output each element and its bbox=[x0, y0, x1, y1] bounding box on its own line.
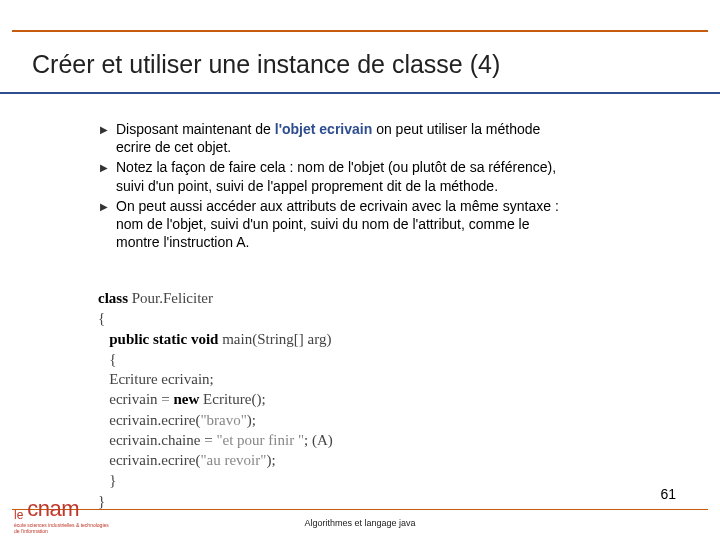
bullet-item: ▶ Disposant maintenant de l'objet ecriva… bbox=[100, 120, 570, 156]
text: Disposant maintenant de bbox=[116, 121, 275, 137]
triangle-icon: ▶ bbox=[100, 162, 108, 173]
text: Ecriture(); bbox=[199, 391, 265, 407]
highlight-text: l'objet ecrivain bbox=[275, 121, 372, 137]
code-line: } bbox=[98, 491, 618, 511]
footer-caption: Algorithmes et langage java bbox=[0, 518, 720, 528]
code-line: ecrivain.ecrire("bravo"); bbox=[98, 410, 618, 430]
bullet-list: ▶ Disposant maintenant de l'objet ecriva… bbox=[100, 120, 570, 253]
code-line: { bbox=[98, 349, 618, 369]
text: ; (A) bbox=[304, 432, 333, 448]
bullet-text: On peut aussi accéder aux attributs de e… bbox=[116, 197, 570, 252]
text: ); bbox=[247, 412, 256, 428]
top-rule bbox=[12, 30, 708, 32]
code-line: Ecriture ecrivain; bbox=[98, 369, 618, 389]
code-line: public static void main(String[] arg) bbox=[98, 329, 618, 349]
slide-title: Créer et utiliser une instance de classe… bbox=[32, 50, 500, 79]
cnam-logo: le cnam école sciences industrielles & t… bbox=[14, 496, 114, 534]
bullet-text: Disposant maintenant de l'objet ecrivain… bbox=[116, 120, 570, 156]
keyword: new bbox=[174, 391, 200, 407]
code-block: class Pour.Feliciter { public static voi… bbox=[98, 288, 618, 511]
string: "et pour finir " bbox=[216, 432, 304, 448]
triangle-icon: ▶ bbox=[100, 201, 108, 212]
keyword: public static void bbox=[109, 331, 218, 347]
triangle-icon: ▶ bbox=[100, 124, 108, 135]
code-line: } bbox=[98, 470, 618, 490]
text: ); bbox=[266, 452, 275, 468]
text: ecrivain.ecrire( bbox=[98, 452, 200, 468]
keyword: class bbox=[98, 290, 128, 306]
text: ecrivain.ecrire( bbox=[98, 412, 200, 428]
bullet-text: Notez la façon de faire cela : nom de l'… bbox=[116, 158, 570, 194]
code-line: ecrivain.chaine = "et pour finir "; (A) bbox=[98, 430, 618, 450]
footer-rule bbox=[12, 509, 708, 510]
code-line: class Pour.Feliciter bbox=[98, 288, 618, 308]
text bbox=[98, 331, 109, 347]
text: ecrivain = bbox=[98, 391, 174, 407]
text: ecrivain.chaine = bbox=[98, 432, 216, 448]
bullet-item: ▶ Notez la façon de faire cela : nom de … bbox=[100, 158, 570, 194]
string: "bravo" bbox=[200, 412, 246, 428]
bullet-item: ▶ On peut aussi accéder aux attributs de… bbox=[100, 197, 570, 252]
text: Pour.Feliciter bbox=[128, 290, 213, 306]
code-line: ecrivain.ecrire("au revoir"); bbox=[98, 450, 618, 470]
string: "au revoir" bbox=[200, 452, 266, 468]
code-line: { bbox=[98, 308, 618, 328]
code-line: ecrivain = new Ecriture(); bbox=[98, 389, 618, 409]
page-number: 61 bbox=[660, 486, 676, 502]
text: main(String[] arg) bbox=[218, 331, 331, 347]
